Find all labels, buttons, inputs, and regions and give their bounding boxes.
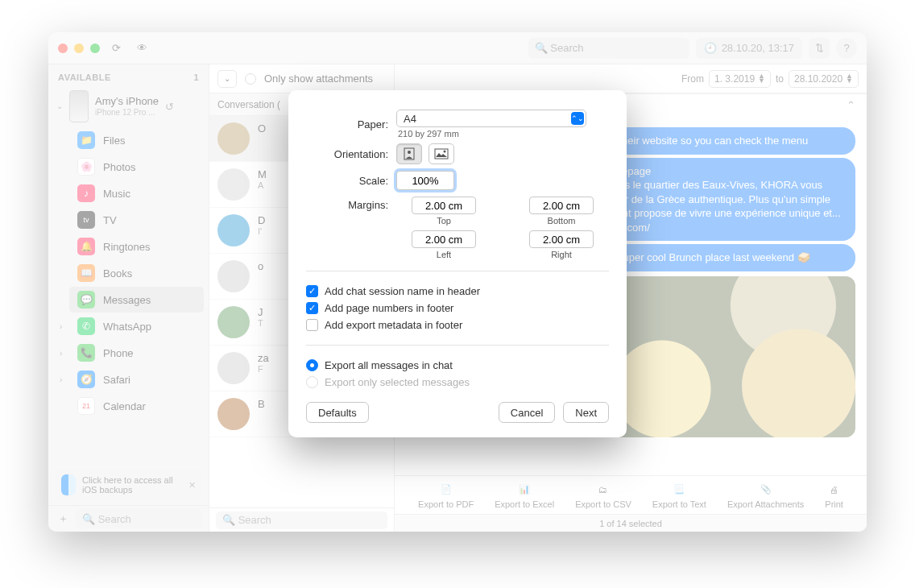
defaults-button[interactable]: Defaults bbox=[306, 402, 369, 423]
checkbox-add-header-name[interactable]: ✓ Add chat session name in header bbox=[306, 283, 609, 300]
modal-overlay: Paper: A4 ⌃⌄ 210 by 297 mm Orientation: bbox=[48, 32, 867, 532]
margin-right-label: Right bbox=[551, 250, 572, 259]
export-sheet: Paper: A4 ⌃⌄ 210 by 297 mm Orientation: bbox=[288, 90, 627, 437]
button-row: Defaults Cancel Next bbox=[306, 402, 609, 423]
orientation-portrait[interactable] bbox=[396, 143, 422, 164]
margin-top-label: Top bbox=[437, 216, 451, 226]
portrait-icon bbox=[404, 147, 415, 160]
margin-bottom-input[interactable] bbox=[529, 197, 594, 214]
radio-icon bbox=[306, 376, 318, 388]
svg-rect-2 bbox=[435, 149, 448, 159]
scale-input[interactable] bbox=[396, 171, 454, 190]
paper-dimensions: 210 by 297 mm bbox=[396, 129, 609, 139]
checkbox-icon: ✓ bbox=[306, 302, 318, 314]
app-window: ⟳ 👁 🔍 Search 🕘 28.10.20, 13:17 ⇅ ? AVAIL… bbox=[48, 32, 867, 532]
checkbox-label: Add chat session name in header bbox=[325, 285, 480, 297]
radio-label: Export all messages in chat bbox=[325, 359, 453, 371]
radio-label: Export only selected messages bbox=[325, 376, 470, 388]
margins-label: Margins: bbox=[306, 197, 396, 211]
svg-point-1 bbox=[408, 151, 411, 154]
checkbox-label: Add page numbers in footer bbox=[325, 302, 453, 314]
radio-export-selected: Export only selected messages bbox=[306, 374, 609, 391]
svg-point-3 bbox=[444, 151, 446, 153]
radio-export-all[interactable]: Export all messages in chat bbox=[306, 357, 609, 374]
paper-label: Paper: bbox=[306, 118, 396, 130]
margin-right-input[interactable] bbox=[529, 230, 594, 248]
scale-label: Scale: bbox=[306, 175, 396, 187]
checkbox-add-export-metadata[interactable]: Add export metadata in footer bbox=[306, 317, 609, 333]
checkbox-icon: ✓ bbox=[306, 285, 318, 297]
orientation-landscape[interactable] bbox=[429, 143, 454, 164]
margin-top-input[interactable] bbox=[412, 197, 476, 214]
next-button[interactable]: Next bbox=[563, 402, 609, 423]
dropdown-caret-icon: ⌃⌄ bbox=[571, 112, 584, 125]
margin-left-input[interactable] bbox=[412, 230, 476, 248]
margin-bottom-label: Bottom bbox=[548, 216, 576, 226]
margin-left-label: Left bbox=[437, 250, 451, 259]
checkbox-label: Add export metadata in footer bbox=[325, 319, 462, 331]
checkbox-icon bbox=[306, 319, 318, 331]
orientation-label: Orientation: bbox=[306, 148, 396, 160]
cancel-button[interactable]: Cancel bbox=[499, 402, 555, 423]
landscape-icon bbox=[434, 148, 449, 159]
checkbox-add-page-numbers[interactable]: ✓ Add page numbers in footer bbox=[306, 300, 609, 317]
radio-icon bbox=[306, 359, 318, 371]
paper-value: A4 bbox=[404, 113, 416, 125]
paper-select[interactable]: A4 ⌃⌄ bbox=[396, 110, 586, 127]
